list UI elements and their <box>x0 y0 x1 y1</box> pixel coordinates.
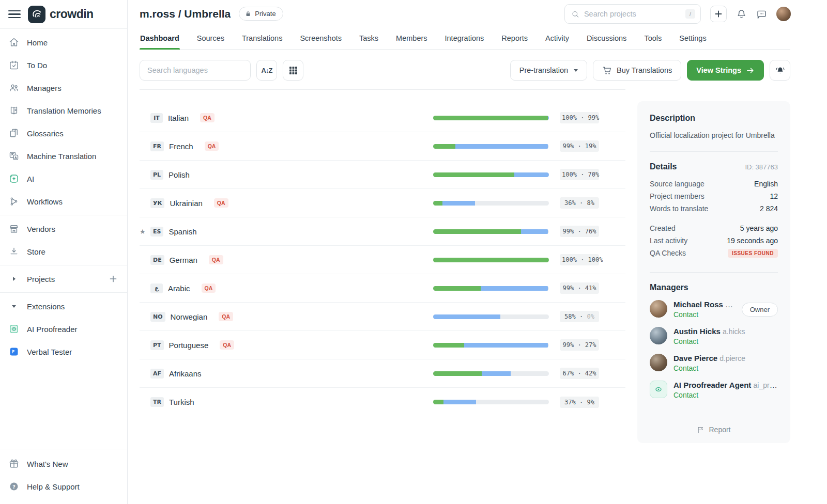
sidebar-item-store[interactable]: Store <box>0 240 127 263</box>
sidebar-item-help-support[interactable]: ? Help & Support <box>0 475 127 498</box>
detail-row: Source languageEnglish <box>650 180 778 188</box>
sidebar-item-whats-new[interactable]: What's New <box>0 452 127 475</box>
language-name[interactable]: Portuguese <box>169 341 209 350</box>
language-row-turkish[interactable]: ★ TR Turkish QA 37% · 9% <box>140 388 625 416</box>
contact-link[interactable]: Contact <box>673 310 698 319</box>
page-title: m.ross / Umbrella <box>140 8 231 20</box>
language-row-portuguese[interactable]: ★ PT Portuguese QA 99% · 27% <box>140 331 625 359</box>
qa-issues-badge[interactable]: QA <box>214 198 228 208</box>
add-project-icon[interactable] <box>108 274 118 284</box>
tab-dashboard[interactable]: Dashboard <box>140 32 180 49</box>
language-name[interactable]: French <box>169 142 193 151</box>
tab-activity[interactable]: Activity <box>545 32 570 49</box>
buy-translations-button[interactable]: Buy Translations <box>593 60 681 81</box>
progress-label: 100% · 99% <box>560 112 599 123</box>
manager-avatar[interactable] <box>650 327 667 344</box>
progress-bar <box>433 343 549 348</box>
sidebar-item-extensions[interactable]: Extensions <box>0 295 127 318</box>
language-code-badge: AF <box>150 369 164 379</box>
tab-tasks[interactable]: Tasks <box>359 32 379 49</box>
sidebar-item-machine-translation[interactable]: Machine Translation <box>0 145 127 167</box>
tab-integrations[interactable]: Integrations <box>445 32 485 49</box>
contact-link[interactable]: Contact <box>673 364 698 372</box>
create-project-button[interactable] <box>710 6 727 22</box>
language-name[interactable]: Italian <box>168 114 189 122</box>
search-projects-input[interactable] <box>584 10 681 18</box>
sidebar-item-workflows[interactable]: Workflows <box>0 190 127 213</box>
sidebar-item-glossaries[interactable]: Glossaries <box>0 122 127 145</box>
view-strings-button[interactable]: View Strings <box>687 60 764 81</box>
subscribe-notifications-button[interactable] <box>770 60 790 81</box>
qa-issues-badge[interactable]: QA <box>200 113 215 122</box>
manager-name[interactable]: AI Proofreader Agent <box>673 381 751 389</box>
notifications-button[interactable] <box>736 9 747 20</box>
manager-name[interactable]: Michael Ross <box>673 300 723 309</box>
language-name[interactable]: Turkish <box>169 398 194 406</box>
issues-found-badge[interactable]: ISSUES FOUND <box>728 249 778 258</box>
manager-row: Dave Pierce d.pierce Contact <box>650 354 778 373</box>
grid-view-button[interactable] <box>283 60 303 81</box>
sidebar-item-verbal-tester[interactable]: Verbal Tester <box>0 340 127 363</box>
language-row-polish[interactable]: ★ PL Polish QA 100% · 70% <box>140 161 625 189</box>
sidebar-item-todo[interactable]: To Do <box>0 54 127 76</box>
tab-sources[interactable]: Sources <box>196 32 225 49</box>
sort-button[interactable]: A↓Z <box>256 60 277 81</box>
language-name[interactable]: Polish <box>169 170 190 179</box>
tab-reports[interactable]: Reports <box>501 32 528 49</box>
language-name[interactable]: Norwegian <box>171 312 208 321</box>
chevron-down-icon[interactable] <box>9 301 19 311</box>
language-row-spanish[interactable]: ★ ES Spanish QA 99% · 76% <box>140 217 625 246</box>
hamburger-menu-icon[interactable] <box>8 10 21 19</box>
ai-agent-avatar[interactable] <box>650 381 667 398</box>
favorite-star-icon[interactable]: ★ <box>140 228 148 235</box>
tab-members[interactable]: Members <box>395 32 427 49</box>
qa-issues-badge[interactable]: QA <box>219 312 233 321</box>
sidebar-item-projects[interactable]: Projects <box>0 267 127 290</box>
qa-issues-badge[interactable]: QA <box>209 255 223 264</box>
language-row-italian[interactable]: ★ IT Italian QA 100% · 99% <box>140 104 625 132</box>
sidebar-item-vendors[interactable]: Vendors <box>0 217 127 240</box>
sidebar-item-translation-memories[interactable]: Translation Memories <box>0 99 127 122</box>
manager-name[interactable]: Dave Pierce <box>673 354 717 363</box>
crowdin-logo-text: crowdin <box>50 7 94 21</box>
messages-button[interactable] <box>756 9 767 20</box>
manager-name[interactable]: Austin Hicks <box>673 327 721 336</box>
language-row-french[interactable]: ★ FR French QA 99% · 19% <box>140 132 625 161</box>
tab-tools[interactable]: Tools <box>644 32 662 49</box>
sidebar-item-managers[interactable]: Managers <box>0 76 127 99</box>
tab-translations[interactable]: Translations <box>241 32 283 49</box>
sidebar-item-ai-proofreader[interactable]: AI Proofreader <box>0 318 127 340</box>
qa-issues-badge[interactable]: QA <box>220 340 234 350</box>
language-name[interactable]: Arabic <box>168 284 190 293</box>
crowdin-logo[interactable]: crowdin <box>28 6 94 23</box>
tab-settings[interactable]: Settings <box>679 32 707 49</box>
contact-link[interactable]: Contact <box>673 391 698 399</box>
manager-avatar[interactable] <box>650 354 667 371</box>
sidebar-item-ai[interactable]: AI <box>0 167 127 190</box>
language-row-german[interactable]: ★ DE German QA 100% · 100% <box>140 246 625 274</box>
language-row-norwegian[interactable]: ★ NO Norwegian QA 58% · 0% <box>140 303 625 331</box>
language-name[interactable]: Ukrainian <box>170 199 202 208</box>
chevron-right-icon[interactable] <box>9 274 19 284</box>
pre-translation-dropdown[interactable]: Pre-translation <box>510 60 587 81</box>
detail-row: Words to translate2 824 <box>650 204 778 213</box>
language-name[interactable]: Afrikaans <box>169 369 202 378</box>
tab-screenshots[interactable]: Screenshots <box>299 32 342 49</box>
language-name[interactable]: Spanish <box>169 227 196 236</box>
report-link[interactable]: Report <box>650 418 778 434</box>
manager-avatar[interactable] <box>650 300 667 318</box>
language-name[interactable]: German <box>170 256 197 264</box>
user-avatar[interactable] <box>776 7 791 21</box>
language-row-afrikaans[interactable]: ★ AF Afrikaans QA 67% · 42% <box>140 359 625 388</box>
qa-issues-badge[interactable]: QA <box>205 141 219 151</box>
qa-issues-badge[interactable]: QA <box>202 284 216 293</box>
search-languages-input[interactable] <box>140 60 251 81</box>
tab-discussions[interactable]: Discussions <box>586 32 627 49</box>
language-row-arabic[interactable]: ★ ع Arabic QA 99% · 41% <box>140 274 625 303</box>
sidebar: crowdin Home To Do Managers Translation … <box>0 0 128 504</box>
contact-link[interactable]: Contact <box>673 337 698 345</box>
search-projects-field[interactable]: / <box>564 4 701 24</box>
svg-text:?: ? <box>12 484 16 490</box>
language-row-ukrainian[interactable]: ★ УК Ukrainian QA 36% · 8% <box>140 189 625 217</box>
sidebar-item-home[interactable]: Home <box>0 31 127 54</box>
